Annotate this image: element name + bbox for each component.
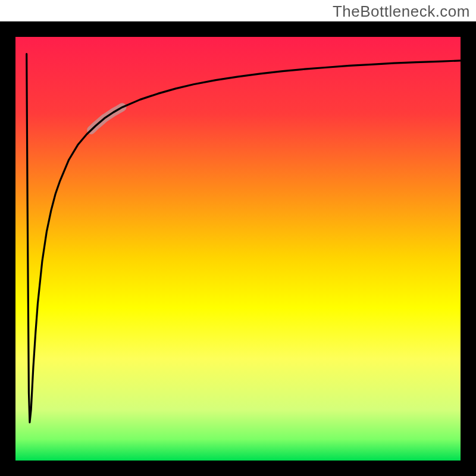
chart-container: TheBottleneck.com: [0, 0, 476, 476]
plot-background-gradient: [15, 37, 461, 461]
bottleneck-curve-chart: [0, 0, 476, 476]
watermark-text: TheBottleneck.com: [333, 2, 470, 21]
